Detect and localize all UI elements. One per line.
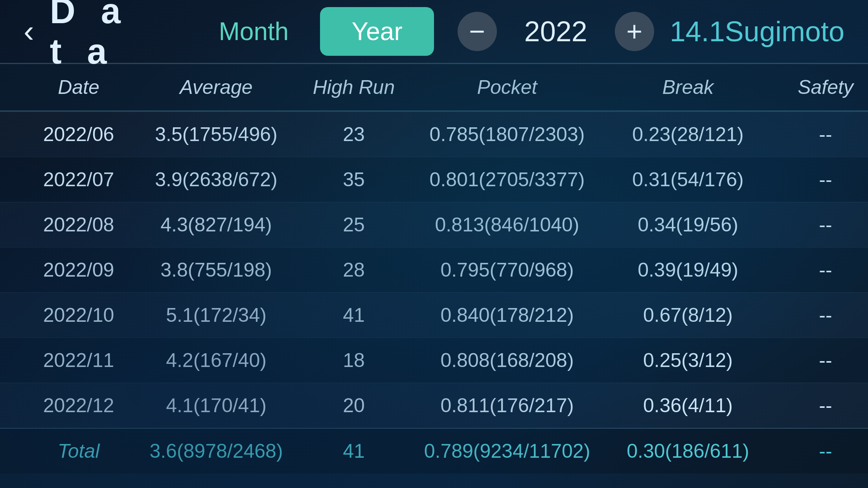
- cell-high-run: 18: [299, 349, 409, 372]
- cell-date: 2022/12: [24, 394, 134, 417]
- cell-high-run: 25: [299, 213, 409, 236]
- cell-average: 3.8(755/198): [134, 259, 299, 281]
- total-pocket: 0.789(9234/11702): [409, 440, 605, 462]
- player-name: Sugimoto: [725, 15, 844, 48]
- cell-average: 3.9(2638/672): [134, 168, 299, 191]
- cell-safety: --: [771, 304, 868, 327]
- cell-pocket: 0.840(178/212): [409, 304, 605, 327]
- col-break: Break: [605, 76, 771, 99]
- cell-break: 0.34(19/56): [605, 213, 771, 236]
- cell-break: 0.67(8/12): [605, 304, 771, 327]
- cell-pocket: 0.811(176/217): [409, 394, 605, 417]
- table-row: 2022/09 3.8(755/198) 28 0.795(770/968) 0…: [0, 247, 868, 292]
- total-row: Total 3.6(8978/2468) 41 0.789(9234/11702…: [0, 428, 868, 473]
- cell-pocket: 0.801(2705/3377): [409, 168, 605, 191]
- table-row: 2022/11 4.2(167/40) 18 0.808(168/208) 0.…: [0, 338, 868, 383]
- cell-break: 0.23(28/121): [605, 123, 771, 146]
- tab-year[interactable]: Year: [320, 7, 434, 56]
- cell-pocket: 0.785(1807/2303): [409, 123, 605, 146]
- total-break: 0.30(186/611): [605, 440, 771, 462]
- col-high-run: High Run: [299, 76, 409, 99]
- col-date: Date: [24, 76, 134, 99]
- cell-high-run: 41: [299, 304, 409, 327]
- table-row: 2022/08 4.3(827/194) 25 0.813(846/1040) …: [0, 202, 868, 247]
- cell-high-run: 20: [299, 394, 409, 417]
- cell-safety: --: [771, 394, 868, 417]
- nav-tabs: Month Year: [188, 7, 434, 56]
- cell-date: 2022/09: [24, 259, 134, 281]
- cell-average: 4.3(827/194): [134, 213, 299, 236]
- app-title: D a t a: [50, 0, 156, 72]
- total-average: 3.6(8978/2468): [134, 440, 299, 462]
- cell-date: 2022/06: [24, 123, 134, 146]
- cell-break: 0.25(3/12): [605, 349, 771, 372]
- cell-break: 0.31(54/176): [605, 168, 771, 191]
- cell-date: 2022/10: [24, 304, 134, 327]
- cell-break: 0.39(19/49): [605, 259, 771, 281]
- year-increment-button[interactable]: +: [615, 12, 654, 51]
- table-row: 2022/07 3.9(2638/672) 35 0.801(2705/3377…: [0, 157, 868, 202]
- year-decrement-button[interactable]: −: [458, 12, 497, 51]
- col-safety: Safety: [771, 76, 868, 99]
- back-button[interactable]: ‹: [24, 16, 34, 47]
- col-average: Average: [134, 76, 299, 99]
- cell-average: 4.2(167/40): [134, 349, 299, 372]
- cell-safety: --: [771, 168, 868, 191]
- cell-date: 2022/08: [24, 213, 134, 236]
- handicap-value: 14.1: [670, 15, 725, 48]
- cell-pocket: 0.813(846/1040): [409, 213, 605, 236]
- table-row: 2022/06 3.5(1755/496) 23 0.785(1807/2303…: [0, 112, 868, 157]
- cell-safety: --: [771, 259, 868, 281]
- cell-average: 5.1(172/34): [134, 304, 299, 327]
- cell-break: 0.36(4/11): [605, 394, 771, 417]
- table-row: 2022/12 4.1(170/41) 20 0.811(176/217) 0.…: [0, 383, 868, 428]
- cell-date: 2022/11: [24, 349, 134, 372]
- header: ‹ D a t a Month Year − 2022 + 14.1 Sugim…: [0, 0, 868, 63]
- cell-date: 2022/07: [24, 168, 134, 191]
- year-value: 2022: [505, 15, 607, 48]
- year-control: − 2022 +: [458, 12, 654, 51]
- cell-safety: --: [771, 123, 868, 146]
- cell-safety: --: [771, 213, 868, 236]
- total-label: Total: [24, 440, 134, 462]
- cell-pocket: 0.795(770/968): [409, 259, 605, 281]
- total-high-run: 41: [299, 440, 409, 462]
- col-pocket: Pocket: [409, 76, 605, 99]
- cell-high-run: 23: [299, 123, 409, 146]
- total-safety: --: [771, 440, 868, 462]
- cell-average: 4.1(170/41): [134, 394, 299, 417]
- cell-pocket: 0.808(168/208): [409, 349, 605, 372]
- cell-average: 3.5(1755/496): [134, 123, 299, 146]
- cell-safety: --: [771, 349, 868, 372]
- tab-month[interactable]: Month: [188, 7, 320, 56]
- cell-high-run: 28: [299, 259, 409, 281]
- cell-high-run: 35: [299, 168, 409, 191]
- data-table: 2022/06 3.5(1755/496) 23 0.785(1807/2303…: [0, 112, 868, 473]
- table-row: 2022/10 5.1(172/34) 41 0.840(178/212) 0.…: [0, 292, 868, 338]
